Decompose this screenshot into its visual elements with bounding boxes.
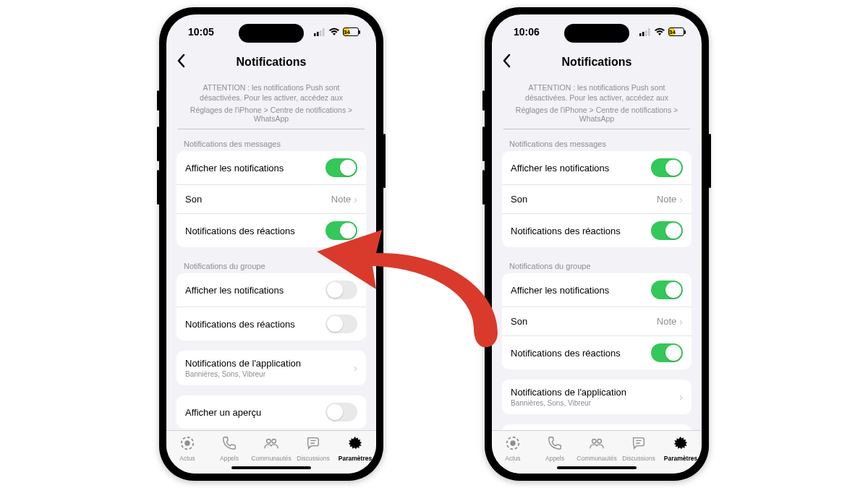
home-indicator (231, 466, 311, 469)
tab-discussions[interactable]: Discussions (292, 435, 334, 462)
chats-icon (631, 435, 647, 453)
group-preview: Afficher un aperçu (176, 395, 366, 429)
row-grp-show-notifications[interactable]: Afficher les notifications (502, 273, 692, 307)
wifi-icon (654, 27, 665, 36)
row-msg-reactions[interactable]: Notifications des réactions (176, 213, 366, 247)
scroll-content[interactable]: ATTENTION : les notifications Push sont … (166, 75, 376, 430)
toggle-grp-show[interactable] (326, 281, 357, 299)
volume-down-button (482, 170, 485, 205)
svg-rect-11 (645, 30, 647, 36)
row-show-preview[interactable]: Afficher un aperçu (176, 395, 366, 429)
svg-point-15 (592, 440, 597, 444)
svg-point-14 (510, 440, 515, 445)
gear-icon (673, 435, 689, 453)
row-show-preview[interactable]: Afficher un aperçu (502, 424, 692, 430)
tab-actus[interactable]: Actus (492, 435, 534, 462)
row-msg-reactions[interactable]: Notifications des réactions (502, 213, 692, 247)
section-header-messages: Notifications des messages (174, 135, 369, 151)
toggle-msg-reactions[interactable] (651, 221, 683, 240)
toggle-msg-show[interactable] (651, 158, 683, 177)
toggle-preview[interactable] (326, 403, 357, 421)
power-button (383, 134, 386, 188)
dynamic-island (564, 24, 629, 43)
section-header-group: Notifications du groupe (174, 257, 369, 273)
status-time: 10:06 (514, 26, 540, 38)
group-app-notifications: Notifications de l'application Bannières… (502, 380, 692, 414)
chevron-right-icon: › (354, 194, 357, 205)
scroll-content[interactable]: ATTENTION : les notifications Push sont … (492, 75, 702, 430)
row-grp-reactions[interactable]: Notifications des réactions (176, 307, 366, 341)
toggle-msg-show[interactable] (326, 158, 357, 177)
group-group-notifs: Afficher les notifications Son Note › No… (502, 273, 692, 369)
chevron-right-icon: › (679, 194, 683, 205)
volume-up-button (157, 127, 159, 161)
group-app-notifications: Notifications de l'application Bannières… (176, 351, 366, 385)
svg-rect-9 (639, 33, 642, 36)
tab-parametres[interactable]: Paramètres (660, 435, 702, 462)
group-preview: Afficher un aperçu (502, 424, 692, 430)
chevron-right-icon: › (679, 316, 683, 328)
row-grp-show-notifications[interactable]: Afficher les notifications (176, 273, 366, 307)
tab-appels[interactable]: Appels (534, 435, 576, 462)
toggle-grp-reactions[interactable] (651, 343, 683, 362)
toggle-msg-reactions[interactable] (326, 221, 357, 240)
communities-icon (263, 435, 279, 453)
signal-icon (314, 28, 326, 36)
row-grp-reactions[interactable]: Notifications des réactions (502, 335, 692, 369)
svg-point-5 (184, 440, 190, 445)
chevron-right-icon: › (679, 391, 683, 403)
svg-rect-3 (323, 28, 325, 36)
battery-icon: 34 (343, 27, 359, 36)
phone-icon (547, 435, 563, 453)
tab-appels[interactable]: Appels (208, 435, 250, 462)
tab-discussions[interactable]: Discussions (618, 435, 660, 462)
row-app-notifications[interactable]: Notifications de l'application Bannières… (502, 380, 692, 414)
tab-actus[interactable]: Actus (166, 435, 208, 462)
battery-icon: 34 (668, 27, 684, 36)
row-msg-sound[interactable]: Son Note › (176, 184, 366, 213)
tab-parametres[interactable]: Paramètres (334, 435, 376, 462)
row-msg-sound[interactable]: Son Note › (502, 184, 692, 213)
row-app-notifications[interactable]: Notifications de l'application Bannières… (176, 351, 366, 385)
row-msg-show-notifications[interactable]: Afficher les notifications (176, 151, 366, 184)
communities-icon (589, 435, 605, 453)
volume-down-button (157, 170, 159, 205)
group-messages: Afficher les notifications Son Note › No… (502, 151, 692, 247)
page-title: Notifications (237, 56, 307, 69)
back-button[interactable] (502, 53, 511, 72)
push-disabled-warning: ATTENTION : les notifications Push sont … (174, 78, 369, 106)
section-header-group: Notifications du groupe (499, 257, 694, 273)
group-messages: Afficher les notifications Son Note › No… (176, 151, 366, 247)
home-indicator (557, 466, 637, 469)
status-ring-icon (505, 435, 521, 453)
volume-up-button (482, 127, 485, 161)
push-disabled-path: Réglages de l'iPhone > Centre de notific… (178, 106, 365, 129)
group-group-notifs: Afficher les notifications Notifications… (176, 273, 366, 341)
power-button (709, 134, 711, 188)
nav-header: Notifications (166, 49, 376, 75)
push-disabled-warning: ATTENTION : les notifications Push sont … (499, 78, 694, 106)
gear-icon (347, 435, 363, 453)
section-header-messages: Notifications des messages (499, 135, 694, 151)
svg-rect-2 (320, 30, 322, 36)
svg-point-7 (272, 440, 276, 444)
row-msg-show-notifications[interactable]: Afficher les notifications (502, 151, 692, 184)
phone-right: 10:06 34 Notifications ATTENTION : les n… (485, 7, 709, 481)
tab-communautes[interactable]: Communautés (576, 435, 618, 462)
tab-communautes[interactable]: Communautés (250, 435, 292, 462)
status-time: 10:05 (188, 26, 214, 38)
chevron-right-icon: › (354, 362, 357, 374)
back-button[interactable] (176, 53, 185, 72)
toggle-grp-reactions[interactable] (326, 314, 357, 333)
svg-rect-1 (317, 32, 319, 36)
signal-icon (639, 28, 651, 36)
toggle-grp-show[interactable] (651, 281, 683, 299)
row-grp-sound[interactable]: Son Note › (502, 307, 692, 335)
phone-left: 10:05 34 Notifications ATTENTION : les n… (159, 7, 383, 481)
status-ring-icon (179, 435, 195, 453)
svg-rect-10 (642, 32, 644, 36)
svg-point-6 (267, 440, 271, 444)
mute-switch (482, 90, 485, 111)
nav-header: Notifications (492, 49, 702, 75)
wifi-icon (328, 27, 340, 36)
